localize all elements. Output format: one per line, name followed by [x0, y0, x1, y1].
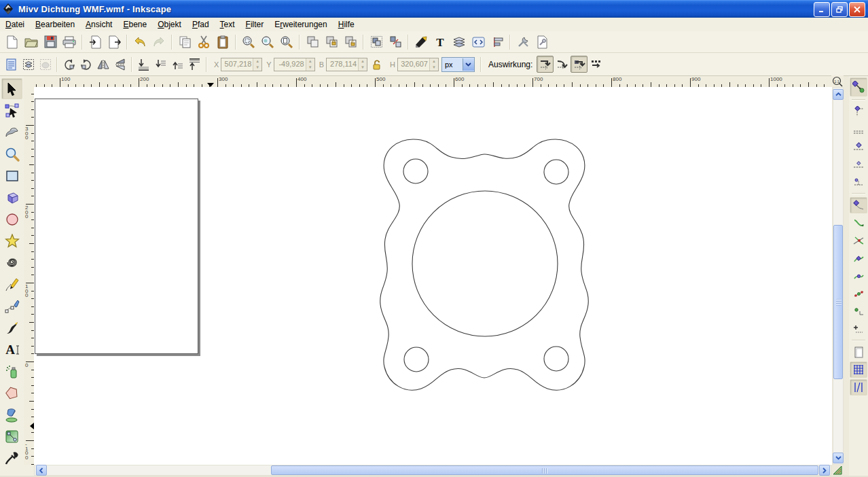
restore-button[interactable]: [831, 2, 848, 17]
x-spin-down[interactable]: ▼: [253, 65, 261, 71]
select-all-layers-icon[interactable]: [20, 56, 37, 73]
y-spin-down[interactable]: ▼: [306, 65, 314, 71]
y-spin-up[interactable]: ▲: [306, 58, 314, 65]
tool-ellipse[interactable]: [1, 209, 22, 230]
horizontal-scrollbar[interactable]: [34, 465, 831, 476]
x-input[interactable]: 507,218▲▼: [221, 58, 262, 71]
flip-vertical-icon[interactable]: [111, 56, 128, 73]
tool-star[interactable]: [1, 230, 22, 251]
tool-box-3d[interactable]: [1, 187, 22, 208]
lower-to-bottom-icon[interactable]: [135, 56, 152, 73]
scroll-left-icon[interactable]: [36, 465, 47, 476]
menu-bearbeiten[interactable]: Bearbeiten: [30, 18, 80, 31]
unit-dropdown-icon[interactable]: [463, 58, 474, 71]
export-icon[interactable]: [105, 33, 124, 52]
vertical-scroll-thumb[interactable]: [833, 225, 843, 379]
zoom-selection-icon[interactable]: [239, 33, 258, 52]
tool-paint-bucket[interactable]: [1, 404, 22, 425]
snap-smooth-nodes-icon[interactable]: [850, 268, 867, 284]
snap-guides-icon[interactable]: [850, 379, 867, 395]
tool-spray[interactable]: [1, 361, 22, 382]
create-clone-icon[interactable]: [322, 33, 341, 52]
unit-select[interactable]: px: [441, 57, 475, 72]
rotate-ccw-icon[interactable]: [60, 56, 77, 73]
menu-pfad[interactable]: Pfad: [187, 18, 215, 31]
scroll-down-icon[interactable]: [833, 453, 844, 463]
deselect-icon[interactable]: [37, 56, 54, 73]
tool-zoom[interactable]: [1, 143, 22, 164]
cut-icon[interactable]: [194, 33, 213, 52]
import-icon[interactable]: [86, 33, 105, 52]
text-dialog-icon[interactable]: T: [431, 33, 450, 52]
menu-ebene[interactable]: Ebene: [117, 18, 152, 31]
width-spin-down[interactable]: ▼: [359, 65, 367, 71]
scroll-right-icon[interactable]: [819, 465, 830, 476]
tool-gradient[interactable]: [1, 426, 22, 447]
paste-icon[interactable]: [213, 33, 232, 52]
snap-line-midpoints-icon[interactable]: [850, 285, 867, 302]
tool-pencil[interactable]: [1, 274, 22, 295]
zoom-drawing-icon[interactable]: [258, 33, 277, 52]
gasket-bolt-hole[interactable]: [544, 160, 568, 184]
height-input[interactable]: 320,607▲▼: [397, 58, 439, 71]
gasket-drawing[interactable]: [34, 87, 832, 465]
snap-bbox-icon[interactable]: [850, 103, 867, 120]
snap-bbox-centers-icon[interactable]: [850, 174, 867, 190]
close-button[interactable]: [849, 2, 865, 17]
inkscape-preferences-icon[interactable]: [513, 33, 532, 52]
affect-corner-radii-icon[interactable]: [554, 56, 571, 73]
raise-icon[interactable]: [169, 56, 186, 73]
undo-icon[interactable]: [130, 33, 149, 52]
menu-filter[interactable]: Filter: [240, 18, 270, 31]
minimize-button[interactable]: [814, 2, 830, 17]
snap-page-border-icon[interactable]: [850, 344, 867, 360]
height-spin-up[interactable]: ▲: [430, 58, 438, 65]
lock-ratio-icon[interactable]: [368, 56, 385, 73]
y-input[interactable]: -49,928▲▼: [274, 58, 315, 71]
tool-eraser[interactable]: [1, 383, 22, 404]
gasket-bolt-hole[interactable]: [404, 347, 429, 372]
affect-move-patterns-icon[interactable]: [587, 56, 604, 73]
document-save-icon[interactable]: [41, 33, 60, 52]
affect-scale-stroke-icon[interactable]: [537, 56, 554, 73]
menu-erweiterungen[interactable]: Erweiterungen: [269, 18, 332, 31]
width-input[interactable]: 278,114▲▼: [326, 58, 367, 71]
canvas[interactable]: [34, 87, 832, 465]
gasket-bolt-hole[interactable]: [403, 159, 428, 183]
zoom-page-icon[interactable]: [277, 33, 296, 52]
align-distribute-icon[interactable]: [488, 33, 507, 52]
lower-icon[interactable]: [152, 56, 169, 73]
snap-paths-icon[interactable]: [850, 215, 867, 231]
menu-hilfe[interactable]: Hilfe: [333, 18, 360, 31]
document-properties-icon[interactable]: [532, 33, 551, 52]
snap-path-intersections-icon[interactable]: [850, 232, 867, 249]
tool-node-editor[interactable]: [1, 100, 22, 121]
tool-calligraphy[interactable]: [1, 317, 22, 338]
horizontal-scroll-thumb[interactable]: [271, 465, 818, 475]
document-new-icon[interactable]: [3, 33, 22, 52]
tool-selector[interactable]: [1, 78, 22, 99]
x-spin-up[interactable]: ▲: [253, 58, 261, 65]
snap-bbox-edges-icon[interactable]: [850, 121, 867, 137]
flip-horizontal-icon[interactable]: [94, 56, 111, 73]
tool-tweak[interactable]: [1, 122, 22, 143]
xml-editor-icon[interactable]: [469, 33, 488, 52]
scroll-up-icon[interactable]: [833, 89, 844, 100]
snap-object-centers-icon[interactable]: [850, 303, 867, 319]
menu-ansicht[interactable]: Ansicht: [80, 18, 117, 31]
snap-bbox-edge-midpoints-icon[interactable]: [850, 156, 867, 173]
redo-icon[interactable]: [149, 33, 168, 52]
fill-stroke-dialog-icon[interactable]: [412, 33, 431, 52]
unlink-clone-icon[interactable]: [341, 33, 360, 52]
group-icon[interactable]: [367, 33, 386, 52]
gasket-bolt-hole[interactable]: [544, 347, 568, 371]
tool-rectangle[interactable]: [1, 165, 22, 186]
zoom-corner-icon[interactable]: 1:1: [831, 75, 844, 87]
width-spin-up[interactable]: ▲: [359, 58, 367, 65]
tool-spiral[interactable]: [1, 252, 22, 273]
horizontal-ruler[interactable]: 1002003004005006007008009001000: [34, 76, 832, 88]
snap-bbox-corners-icon[interactable]: [850, 139, 867, 155]
vertical-ruler[interactable]: 3 0 02 0 01 0 00- 1 0 0: [24, 87, 35, 465]
copy-icon[interactable]: [175, 33, 194, 52]
menu-objekt[interactable]: Objekt: [152, 18, 187, 31]
